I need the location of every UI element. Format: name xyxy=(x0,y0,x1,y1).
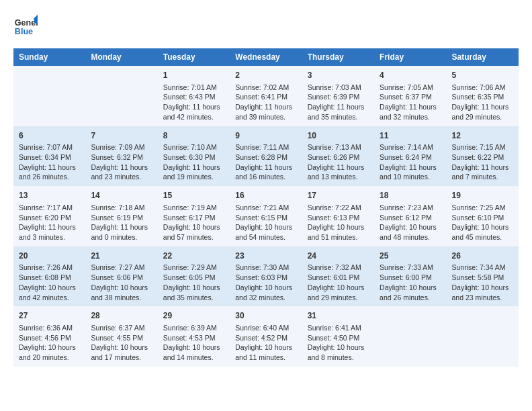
weekday-header-tuesday: Tuesday xyxy=(158,48,230,66)
calendar-cell: 17Sunrise: 7:22 AMSunset: 6:13 PMDayligh… xyxy=(302,186,374,246)
day-info-line: Sunset: 4:56 PM xyxy=(19,333,80,343)
calendar-cell: 5Sunrise: 7:06 AMSunset: 6:35 PMDaylight… xyxy=(447,66,519,126)
day-info-line: Daylight: 11 hours and 39 minutes. xyxy=(235,102,296,122)
week-row-1: 1Sunrise: 7:01 AMSunset: 6:43 PMDaylight… xyxy=(13,66,519,126)
day-info-line: Sunset: 6:26 PM xyxy=(308,152,369,163)
day-number: 25 xyxy=(380,250,441,262)
day-info-line: Daylight: 10 hours and 23 minutes. xyxy=(452,283,513,302)
day-info-line: Sunrise: 7:33 AM xyxy=(380,263,441,273)
day-info-line: Daylight: 10 hours and 38 minutes. xyxy=(91,283,152,302)
weekday-header-thursday: Thursday xyxy=(302,48,374,66)
day-info-line: Sunset: 6:35 PM xyxy=(452,92,513,102)
calendar-cell: 30Sunrise: 6:40 AMSunset: 4:52 PMDayligh… xyxy=(230,306,302,367)
day-info-line: Sunrise: 6:39 AM xyxy=(163,323,224,333)
day-info-line: Daylight: 11 hours and 35 minutes. xyxy=(308,102,369,122)
calendar-cell: 2Sunrise: 7:02 AMSunset: 6:41 PMDaylight… xyxy=(230,66,302,126)
day-info-line: Sunset: 6:28 PM xyxy=(235,152,296,163)
day-info-line: Sunrise: 7:27 AM xyxy=(91,263,152,273)
day-info-line: Daylight: 10 hours and 45 minutes. xyxy=(452,222,513,242)
day-info-line: Sunset: 6:05 PM xyxy=(163,273,224,283)
day-info-line: Sunset: 6:01 PM xyxy=(308,273,369,283)
calendar-cell: 13Sunrise: 7:17 AMSunset: 6:20 PMDayligh… xyxy=(13,186,85,246)
day-number: 14 xyxy=(91,190,152,201)
day-info-line: Sunset: 6:13 PM xyxy=(308,213,369,223)
day-info-line: Sunset: 6:43 PM xyxy=(163,92,224,102)
day-info-line: Daylight: 10 hours and 14 minutes. xyxy=(163,342,224,362)
day-number: 8 xyxy=(163,130,224,142)
day-info-line: Sunset: 6:00 PM xyxy=(380,273,441,283)
calendar-cell: 7Sunrise: 7:09 AMSunset: 6:32 PMDaylight… xyxy=(85,126,157,187)
day-info-line: Daylight: 11 hours and 29 minutes. xyxy=(452,102,513,122)
day-number: 28 xyxy=(91,310,152,322)
week-row-4: 20Sunrise: 7:26 AMSunset: 6:08 PMDayligh… xyxy=(13,246,519,307)
day-info-line: Sunrise: 7:18 AM xyxy=(91,203,152,213)
svg-marker-2 xyxy=(34,15,38,24)
weekday-header-saturday: Saturday xyxy=(447,48,519,66)
day-info-line: Sunset: 6:03 PM xyxy=(235,273,296,283)
calendar-cell xyxy=(447,306,519,367)
week-row-3: 13Sunrise: 7:17 AMSunset: 6:20 PMDayligh… xyxy=(13,186,519,246)
day-info-line: Daylight: 10 hours and 32 minutes. xyxy=(235,283,296,302)
day-number: 10 xyxy=(308,130,369,142)
day-info-line: Daylight: 11 hours and 42 minutes. xyxy=(163,102,224,122)
calendar-cell: 24Sunrise: 7:32 AMSunset: 6:01 PMDayligh… xyxy=(302,246,374,307)
day-info-line: Daylight: 10 hours and 8 minutes. xyxy=(308,342,369,362)
day-info-line: Sunset: 6:20 PM xyxy=(19,213,80,223)
day-info-line: Sunrise: 6:36 AM xyxy=(19,323,80,333)
day-info-line: Sunset: 4:55 PM xyxy=(91,333,152,343)
day-info-line: Daylight: 10 hours and 42 minutes. xyxy=(19,283,80,302)
day-number: 24 xyxy=(308,250,369,262)
calendar-cell: 10Sunrise: 7:13 AMSunset: 6:26 PMDayligh… xyxy=(302,126,374,187)
day-info-line: Daylight: 11 hours and 19 minutes. xyxy=(163,163,224,182)
week-row-5: 27Sunrise: 6:36 AMSunset: 4:56 PMDayligh… xyxy=(13,306,519,367)
calendar-cell: 25Sunrise: 7:33 AMSunset: 6:00 PMDayligh… xyxy=(374,246,446,307)
day-info-line: Daylight: 10 hours and 26 minutes. xyxy=(380,283,441,302)
day-info-line: Sunset: 6:32 PM xyxy=(91,152,152,163)
day-info-line: Sunrise: 7:21 AM xyxy=(235,203,296,213)
calendar-cell: 26Sunrise: 7:34 AMSunset: 5:58 PMDayligh… xyxy=(447,246,519,307)
day-number: 13 xyxy=(19,190,80,201)
day-info-line: Sunrise: 7:22 AM xyxy=(308,203,369,213)
day-info-line: Sunset: 6:15 PM xyxy=(235,213,296,223)
day-info-line: Sunrise: 7:10 AM xyxy=(163,142,224,152)
calendar-cell xyxy=(13,66,85,126)
day-number: 18 xyxy=(380,190,441,201)
calendar-cell: 28Sunrise: 6:37 AMSunset: 4:55 PMDayligh… xyxy=(85,306,157,367)
day-info-line: Daylight: 11 hours and 32 minutes. xyxy=(380,102,441,122)
calendar-cell: 1Sunrise: 7:01 AMSunset: 6:43 PMDaylight… xyxy=(158,66,230,126)
day-info-line: Sunset: 5:58 PM xyxy=(452,273,513,283)
calendar-cell: 9Sunrise: 7:11 AMSunset: 6:28 PMDaylight… xyxy=(230,126,302,187)
weekday-header-row: SundayMondayTuesdayWednesdayThursdayFrid… xyxy=(13,48,519,66)
day-number: 26 xyxy=(452,250,513,262)
calendar-cell: 23Sunrise: 7:30 AMSunset: 6:03 PMDayligh… xyxy=(230,246,302,307)
day-info-line: Sunset: 6:12 PM xyxy=(380,213,441,223)
day-info-line: Daylight: 11 hours and 16 minutes. xyxy=(235,163,296,182)
calendar-cell: 21Sunrise: 7:27 AMSunset: 6:06 PMDayligh… xyxy=(85,246,157,307)
day-info-line: Sunset: 6:34 PM xyxy=(19,152,80,163)
calendar-cell: 3Sunrise: 7:03 AMSunset: 6:39 PMDaylight… xyxy=(302,66,374,126)
day-info-line: Sunrise: 6:41 AM xyxy=(308,323,369,333)
day-info-line: Daylight: 10 hours and 57 minutes. xyxy=(163,222,224,242)
day-info-line: Sunrise: 7:30 AM xyxy=(235,263,296,273)
day-number: 29 xyxy=(163,310,224,322)
calendar-cell: 11Sunrise: 7:14 AMSunset: 6:24 PMDayligh… xyxy=(374,126,446,187)
calendar-cell: 14Sunrise: 7:18 AMSunset: 6:19 PMDayligh… xyxy=(85,186,157,246)
week-row-2: 6Sunrise: 7:07 AMSunset: 6:34 PMDaylight… xyxy=(13,126,519,187)
calendar-cell: 31Sunrise: 6:41 AMSunset: 4:50 PMDayligh… xyxy=(302,306,374,367)
day-info-line: Sunrise: 6:37 AM xyxy=(91,323,152,333)
calendar-cell: 22Sunrise: 7:29 AMSunset: 6:05 PMDayligh… xyxy=(158,246,230,307)
day-number: 15 xyxy=(163,190,224,201)
day-info-line: Sunrise: 7:15 AM xyxy=(452,142,513,152)
day-number: 16 xyxy=(235,190,296,201)
day-number: 21 xyxy=(91,250,152,262)
day-number: 22 xyxy=(163,250,224,262)
day-number: 19 xyxy=(452,190,513,201)
day-info-line: Daylight: 11 hours and 10 minutes. xyxy=(380,163,441,182)
day-info-line: Sunrise: 7:19 AM xyxy=(163,203,224,213)
day-info-line: Daylight: 10 hours and 11 minutes. xyxy=(235,342,296,362)
logo-icon: General Blue xyxy=(13,13,38,38)
calendar-cell: 18Sunrise: 7:23 AMSunset: 6:12 PMDayligh… xyxy=(374,186,446,246)
day-info-line: Sunset: 6:08 PM xyxy=(19,273,80,283)
day-info-line: Sunset: 6:41 PM xyxy=(235,92,296,102)
day-info-line: Sunrise: 7:01 AM xyxy=(163,83,224,93)
